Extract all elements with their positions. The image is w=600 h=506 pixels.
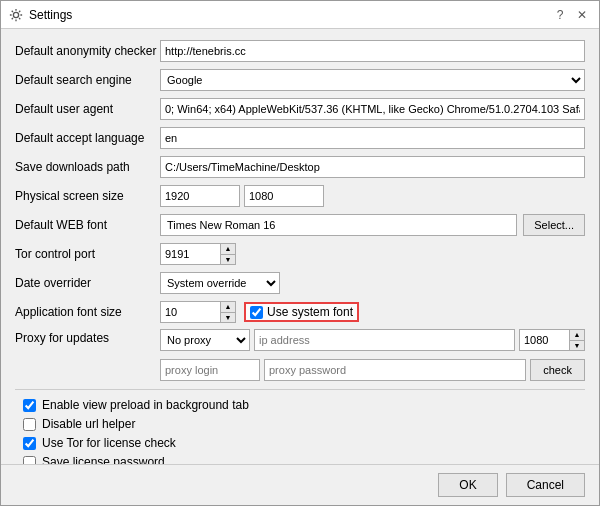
use-tor-label[interactable]: Use Tor for license check [42,436,176,450]
select-font-button[interactable]: Select... [523,214,585,236]
proxy-row1: No proxy ▲ ▼ [160,329,585,351]
anonymity-checker-input[interactable] [160,40,585,62]
cancel-button[interactable]: Cancel [506,473,585,497]
proxy-check-button[interactable]: check [530,359,585,381]
proxy-login-input[interactable] [160,359,260,381]
anonymity-checker-row: Default anonymity checker [15,39,585,63]
screen-size-row: Physical screen size [15,184,585,208]
tor-port-spinner-btns: ▲ ▼ [220,243,236,265]
use-system-font-checkbox[interactable] [250,306,263,319]
enable-preload-row: Enable view preload in background tab [23,398,585,412]
user-agent-label: Default user agent [15,102,160,116]
search-engine-row: Default search engine Google [15,68,585,92]
font-size-input[interactable] [160,301,220,323]
title-bar-left: Settings [9,8,72,22]
screen-size-label: Physical screen size [15,189,160,203]
disable-url-label[interactable]: Disable url helper [42,417,135,431]
footer: OK Cancel [1,464,599,505]
proxy-port-up-button[interactable]: ▲ [570,330,584,341]
save-license-row: Save license password [23,455,585,464]
disable-url-row: Disable url helper [23,417,585,431]
date-override-row: Date overrider System override [15,271,585,295]
font-size-spinner-btns: ▲ ▼ [220,301,236,323]
proxy-port-down-button[interactable]: ▼ [570,341,584,351]
screen-size-inputs [160,185,324,207]
proxy-row: Proxy for updates No proxy ▲ ▼ [15,329,585,381]
accept-language-input[interactable] [160,127,585,149]
settings-window: Settings ? ✕ Default anonymity checker D… [0,0,600,506]
accept-language-row: Default accept language [15,126,585,150]
close-button[interactable]: ✕ [573,6,591,24]
settings-content: Default anonymity checker Default search… [1,29,599,464]
web-font-controls: Times New Roman 16 Select... [160,214,585,236]
tor-port-spinner: ▲ ▼ [160,243,236,265]
proxy-port-spinner: ▲ ▼ [519,329,585,351]
tor-port-row: Tor control port ▲ ▼ [15,242,585,266]
proxy-type-select[interactable]: No proxy [160,329,250,351]
enable-preload-label[interactable]: Enable view preload in background tab [42,398,249,412]
proxy-ip-input[interactable] [254,329,515,351]
proxy-password-input[interactable] [264,359,526,381]
enable-preload-checkbox[interactable] [23,399,36,412]
divider [15,389,585,390]
downloads-path-input[interactable] [160,156,585,178]
window-title: Settings [29,8,72,22]
svg-point-0 [13,12,18,17]
use-system-font-wrapper: Use system font [244,302,359,322]
tor-port-down-button[interactable]: ▼ [221,255,235,265]
title-bar: Settings ? ✕ [1,1,599,29]
font-size-up-button[interactable]: ▲ [221,302,235,313]
save-license-checkbox[interactable] [23,456,36,465]
tor-port-up-button[interactable]: ▲ [221,244,235,255]
user-agent-input[interactable] [160,98,585,120]
proxy-port-spinner-btns: ▲ ▼ [569,329,585,351]
font-size-label: Application font size [15,305,160,319]
search-engine-select[interactable]: Google [160,69,585,91]
use-tor-checkbox[interactable] [23,437,36,450]
screen-height-input[interactable] [244,185,324,207]
font-size-controls: ▲ ▼ Use system font [160,301,585,323]
downloads-path-label: Save downloads path [15,160,160,174]
web-font-label: Default WEB font [15,218,160,232]
user-agent-row: Default user agent [15,97,585,121]
screen-width-input[interactable] [160,185,240,207]
font-size-down-button[interactable]: ▼ [221,313,235,323]
proxy-row2: check [160,359,585,381]
anonymity-checker-label: Default anonymity checker [15,44,160,58]
proxy-port-input[interactable] [519,329,569,351]
downloads-path-row: Save downloads path [15,155,585,179]
ok-button[interactable]: OK [438,473,497,497]
accept-language-label: Default accept language [15,131,160,145]
use-system-font-label[interactable]: Use system font [267,305,353,319]
use-tor-row: Use Tor for license check [23,436,585,450]
date-override-select[interactable]: System override [160,272,280,294]
disable-url-checkbox[interactable] [23,418,36,431]
save-license-label[interactable]: Save license password [42,455,165,464]
search-engine-label: Default search engine [15,73,160,87]
help-button[interactable]: ? [551,6,569,24]
web-font-row: Default WEB font Times New Roman 16 Sele… [15,213,585,237]
proxy-controls: No proxy ▲ ▼ check [160,329,585,381]
tor-port-input[interactable] [160,243,220,265]
title-bar-controls: ? ✕ [551,6,591,24]
font-size-spinner: ▲ ▼ [160,301,236,323]
settings-icon [9,8,23,22]
web-font-display: Times New Roman 16 [160,214,517,236]
proxy-label: Proxy for updates [15,329,160,345]
tor-port-label: Tor control port [15,247,160,261]
font-size-row: Application font size ▲ ▼ Use system fon… [15,300,585,324]
date-override-label: Date overrider [15,276,160,290]
